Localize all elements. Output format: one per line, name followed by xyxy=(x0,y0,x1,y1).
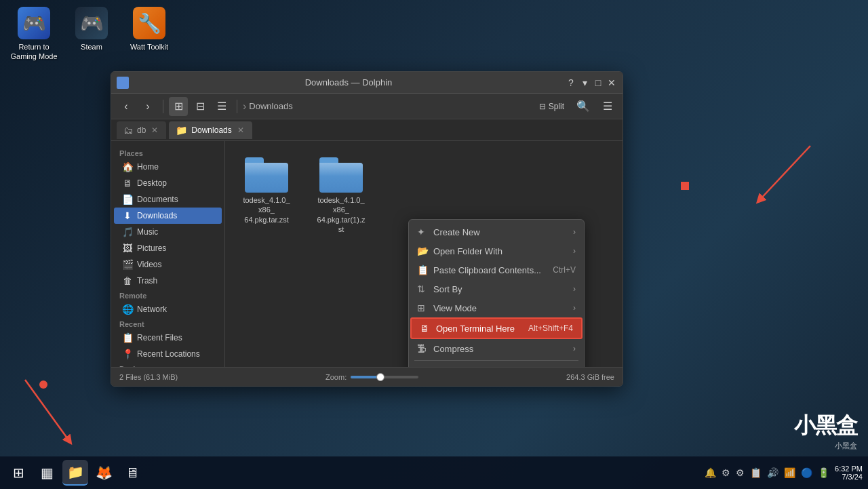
open-terminal-icon: 🖥 xyxy=(420,323,432,334)
statusbar: 2 Files (61.3 MiB) Zoom: 264.3 GiB free xyxy=(111,367,623,386)
menu-open-folder-with[interactable]: 📂 Open Folder With › xyxy=(409,241,584,260)
menu-open-terminal[interactable]: 🖥 Open Terminal Here Alt+Shift+F4 xyxy=(410,317,583,339)
sidebar-section-devices: Devices xyxy=(111,362,224,367)
desktop-icon-return-gaming[interactable]: 🎮 Return to Gaming Mode xyxy=(7,7,61,62)
toolbar: ‹ › ⊞ ⊟ ☰ › Downloads ⊟ Split 🔍 ☰ xyxy=(111,94,623,119)
toolbar-right: ⊟ Split 🔍 ☰ xyxy=(535,97,617,116)
taskbar-firefox[interactable]: 🦊 xyxy=(91,460,117,486)
view-mode-icon: ⊞ xyxy=(417,302,429,313)
menu-sort-by-label: Sort By xyxy=(433,284,462,294)
return-gaming-icon: 🎮 xyxy=(18,7,50,39)
sidebar-item-trash[interactable]: 🗑 Trash xyxy=(114,273,222,289)
zoom-control: Zoom: xyxy=(326,373,418,381)
sidebar-item-pictures[interactable]: 🖼 Pictures xyxy=(114,240,222,256)
menu-assign-tags[interactable]: 🏷 Assign Tags › xyxy=(409,363,584,367)
view-details-button[interactable]: ⊟ xyxy=(191,97,210,116)
sidebar-item-videos[interactable]: 🎬 Videos xyxy=(114,256,222,273)
open-folder-with-icon: 📂 xyxy=(417,246,429,256)
sidebar-item-music[interactable]: 🎵 Music xyxy=(114,224,222,240)
notifications-icon[interactable]: 🔔 xyxy=(703,466,717,480)
steam-tray-icon[interactable]: ⚙ xyxy=(720,466,732,480)
file-manager-window: Downloads — Dolphin ? ▾ □ ✕ ‹ › ⊞ ⊟ ☰ › … xyxy=(111,71,623,387)
clock-date: 7/3/24 xyxy=(835,473,863,481)
network-icon: 🌐 xyxy=(122,304,133,315)
home-icon: 🏠 xyxy=(122,161,133,172)
maximize-button[interactable]: □ xyxy=(593,77,604,88)
watermark-logo: 小黑盒 xyxy=(794,411,857,441)
sidebar-item-recent-files-label: Recent Files xyxy=(137,333,182,343)
context-menu: ✦ Create New › 📂 Open Folder With xyxy=(408,219,585,367)
desktop-icon-watt-toolkit[interactable]: 🔧 Watt Toolkit xyxy=(122,7,176,52)
menu-paste-clipboard[interactable]: 📋 Paste Clipboard Contents... Ctrl+V xyxy=(409,260,584,279)
taskbar-terminal[interactable]: 🖥 xyxy=(119,460,145,486)
sidebar-item-downloads-label: Downloads xyxy=(137,211,177,220)
sidebar-item-desktop-label: Desktop xyxy=(137,178,167,188)
taskbar-file-manager[interactable]: 📁 xyxy=(62,460,88,486)
back-button[interactable]: ‹ xyxy=(117,97,136,116)
menu-separator-1 xyxy=(414,360,578,361)
search-button[interactable]: 🔍 xyxy=(574,97,593,116)
menu-compress[interactable]: 🗜 Compress › xyxy=(409,339,584,358)
bluetooth-icon[interactable]: 🔵 xyxy=(800,466,814,480)
folder-body-1 xyxy=(245,163,288,193)
clipboard-icon[interactable]: 📋 xyxy=(749,466,763,480)
close-button[interactable]: ✕ xyxy=(606,77,617,88)
help-button[interactable]: ? xyxy=(566,77,576,88)
menu-create-new[interactable]: ✦ Create New › xyxy=(409,222,584,241)
split-label: Split xyxy=(549,102,564,111)
file-item-2[interactable]: todesk_4.1.0_x86_64.pkg.tar(1).zst xyxy=(311,152,372,239)
menu-button[interactable]: ☰ xyxy=(598,97,617,116)
sidebar-item-recent-files[interactable]: 📋 Recent Files xyxy=(114,330,222,346)
taskbar-menu-button[interactable]: ⊞ xyxy=(5,460,31,486)
content-area: Places 🏠 Home 🖥 Desktop 📄 Documents ⬇ Do… xyxy=(111,141,623,367)
taskbar-left: ⊞ ▦ 📁 🦊 🖥 xyxy=(5,460,145,486)
desktop-sidebar-icon: 🖥 xyxy=(122,178,133,189)
sort-by-arrow: › xyxy=(573,284,576,294)
tab-db-icon: 🗂 xyxy=(123,125,133,136)
file-item-1[interactable]: todesk_4.1.0_x86_64.pkg.tar.zst xyxy=(236,152,297,239)
folder-icon-2 xyxy=(319,157,363,193)
forward-button[interactable]: › xyxy=(138,97,157,116)
file-area[interactable]: todesk_4.1.0_x86_64.pkg.tar.zst todesk_4… xyxy=(225,141,623,367)
tab-downloads[interactable]: 📁 Downloads ✕ xyxy=(169,121,252,139)
breadcrumb-downloads[interactable]: Downloads xyxy=(249,101,292,111)
menu-view-mode-label: View Mode xyxy=(433,303,477,313)
sidebar-item-downloads[interactable]: ⬇ Downloads xyxy=(114,208,222,224)
minimize-button[interactable]: ▾ xyxy=(579,77,590,88)
tab-downloads-close[interactable]: ✕ xyxy=(236,125,245,135)
zoom-thumb[interactable] xyxy=(376,373,384,381)
file-name-2: todesk_4.1.0_x86_64.pkg.tar(1).zst xyxy=(316,195,366,234)
open-terminal-shortcut: Alt+Shift+F4 xyxy=(528,324,573,333)
create-new-icon: ✦ xyxy=(417,227,429,237)
menu-open-terminal-label: Open Terminal Here xyxy=(436,324,515,334)
create-new-arrow: › xyxy=(573,227,576,237)
sidebar-item-home[interactable]: 🏠 Home xyxy=(114,159,222,175)
music-icon: 🎵 xyxy=(122,227,133,237)
sidebar-item-desktop[interactable]: 🖥 Desktop xyxy=(114,175,222,191)
desktop-icon-steam[interactable]: 🎮 Steam xyxy=(64,7,119,52)
menu-view-mode[interactable]: ⊞ View Mode › xyxy=(409,298,584,317)
volume-icon[interactable]: 🔊 xyxy=(766,466,780,480)
view-compact-button[interactable]: ☰ xyxy=(212,97,231,116)
sort-by-icon: ⇅ xyxy=(417,283,429,294)
network-tray-icon[interactable]: 📶 xyxy=(783,466,797,480)
battery-icon[interactable]: 🔋 xyxy=(816,466,831,480)
desktop: 🎮 Return to Gaming Mode 🎮 Steam 🔧 Watt T… xyxy=(0,0,868,489)
sidebar-item-network-label: Network xyxy=(137,305,167,314)
view-icons-button[interactable]: ⊞ xyxy=(169,97,188,116)
taskbar-task-manager[interactable]: ▦ xyxy=(34,460,60,486)
tab-db[interactable]: 🗂 db ✕ xyxy=(117,121,166,139)
sidebar-item-network[interactable]: 🌐 Network xyxy=(114,301,222,317)
sidebar-item-documents[interactable]: 📄 Documents xyxy=(114,191,222,208)
tab-db-close[interactable]: ✕ xyxy=(150,125,159,135)
split-button[interactable]: ⊟ Split xyxy=(535,100,568,113)
settings-icon[interactable]: ⚙ xyxy=(734,466,746,480)
sidebar-item-recent-locations[interactable]: 📍 Recent Locations xyxy=(114,346,222,362)
menu-sort-by[interactable]: ⇅ Sort By › xyxy=(409,279,584,298)
sidebar-section-remote: Remote xyxy=(111,289,224,301)
recent-locations-icon: 📍 xyxy=(122,349,133,359)
sidebar-item-recent-locations-label: Recent Locations xyxy=(137,349,200,359)
titlebar: Downloads — Dolphin ? ▾ □ ✕ xyxy=(111,72,623,94)
sidebar-section-recent: Recent xyxy=(111,317,224,330)
zoom-slider[interactable] xyxy=(351,376,418,378)
